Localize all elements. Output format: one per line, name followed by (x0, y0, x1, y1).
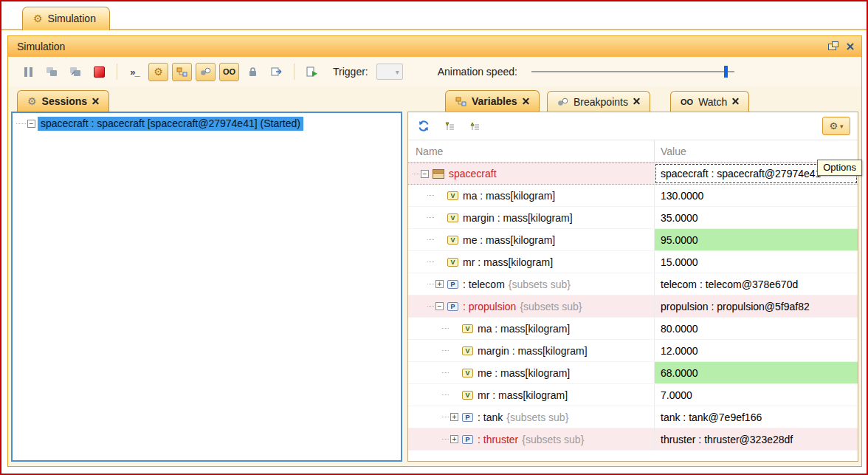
trigger-dropdown[interactable]: ▾ (376, 64, 403, 80)
value-cell[interactable]: propulsion : propulsion@5f9af82 (655, 295, 858, 317)
value-cell[interactable]: 68.0000 (655, 362, 858, 383)
step-over-icon (46, 66, 58, 77)
row-name: : propulsion (463, 301, 516, 312)
table-row[interactable]: Vma : mass[kilogram]80.0000 (408, 318, 858, 340)
row-name: me : mass[kilogram] (463, 234, 555, 246)
value-icon: V (447, 213, 458, 222)
table-row[interactable]: Vma : mass[kilogram]130.0000 (408, 185, 858, 207)
expand-expander-icon[interactable]: + (435, 280, 444, 288)
name-cell: Vma : mass[kilogram] (408, 185, 655, 206)
row-value: 15.0000 (661, 256, 698, 268)
expand-all-icon (443, 121, 455, 131)
row-name: : telecom (463, 278, 505, 290)
terminate-icon (94, 66, 105, 78)
breakpoints-toggle-button[interactable] (196, 63, 216, 81)
variables-panel: ⚙ ▾ Options Name Value −spacecraftspacec… (407, 112, 858, 462)
session-label: spacecraft : spacecraft [spacecraft@2797… (38, 117, 303, 131)
expand-expander-icon[interactable]: + (450, 435, 458, 443)
settings-toggle-button[interactable]: ⚙ (148, 63, 168, 81)
settings-gear-icon: ⚙ (154, 66, 163, 78)
value-cell[interactable]: 80.0000 (655, 318, 858, 339)
collapse-all-button[interactable] (466, 118, 482, 134)
doc-tab-label: Simulation (48, 13, 96, 24)
value-cell[interactable]: 95.0000 (655, 229, 858, 250)
expand-expander-icon[interactable]: + (450, 413, 458, 421)
value-cell[interactable]: 12.0000 (655, 340, 858, 361)
float-window-icon[interactable] (828, 44, 836, 50)
table-row[interactable]: Vme : mass[kilogram]68.0000 (408, 362, 858, 384)
slider-handle[interactable] (724, 66, 728, 78)
name-cell: +P: telecom{subsets sub} (408, 273, 655, 295)
simulation-toolbar: »_ ⚙ OO Trigger: ▾ Animation speed: (8, 57, 861, 86)
value-cell[interactable]: 35.0000 (655, 207, 858, 228)
value-icon: V (462, 346, 473, 355)
part-icon: P (462, 413, 473, 422)
sessions-gear-icon: ⚙ (27, 95, 37, 107)
value-icon: V (462, 324, 473, 333)
step-into-button[interactable] (66, 63, 86, 81)
close-variables-tab-icon[interactable] (523, 98, 529, 105)
value-cell[interactable]: thruster : thruster@323e28df (655, 428, 858, 450)
table-row[interactable]: +P: thruster{subsets sub}thruster : thru… (408, 428, 858, 451)
close-sessions-tab-icon[interactable] (92, 98, 99, 105)
collapse-expander-icon[interactable]: − (421, 170, 429, 178)
tab-variables[interactable]: Variables (445, 90, 540, 112)
screenshot-root: ⚙ Simulation Simulation »_ ⚙ (0, 0, 868, 475)
watch-tab-icon: OO (681, 98, 693, 106)
tab-sessions[interactable]: ⚙ Sessions (17, 90, 109, 112)
export-button[interactable] (266, 63, 286, 81)
variables-toolbar: ⚙ ▾ (408, 112, 858, 140)
value-cell[interactable]: 15.0000 (655, 251, 858, 273)
tree-guide (442, 372, 449, 373)
tree-guide (442, 394, 449, 395)
table-row[interactable]: +P: telecom{subsets sub}telecom : teleco… (408, 273, 858, 295)
watch-icon: OO (223, 67, 235, 76)
name-cell: Vmargin : mass[kilogram] (408, 207, 655, 228)
watch-toggle-button[interactable]: OO (219, 63, 239, 81)
value-cell[interactable]: tank : tank@7e9ef166 (655, 406, 858, 428)
window-titlebar[interactable]: Simulation (8, 36, 861, 57)
close-window-icon[interactable] (847, 43, 854, 50)
value-cell[interactable]: 130.0000 (655, 185, 858, 206)
session-tree-item[interactable]: − spacecraft : spacecraft [spacecraft@27… (13, 115, 401, 132)
table-row[interactable]: +P: tank{subsets sub}tank : tank@7e9ef16… (408, 406, 858, 428)
row-value: 95.0000 (661, 234, 698, 246)
run-trigger-button[interactable] (302, 63, 322, 81)
terminate-button[interactable] (89, 63, 109, 81)
console-button[interactable]: »_ (125, 63, 145, 81)
tab-breakpoints[interactable]: Breakpoints (547, 91, 650, 112)
table-row[interactable]: Vmargin : mass[kilogram]12.0000 (408, 340, 858, 362)
pause-button[interactable] (18, 63, 38, 81)
step-over-button[interactable] (42, 63, 62, 81)
table-row[interactable]: −spacecraftspacecraft : spacecraft@27974… (408, 163, 858, 185)
value-cell[interactable]: 7.0000 (655, 384, 858, 406)
variables-toggle-button[interactable] (172, 63, 192, 81)
lock-button[interactable] (243, 63, 263, 81)
name-cell: −P: propulsion{subsets sub} (408, 295, 655, 317)
table-row[interactable]: −P: propulsion{subsets sub}propulsion : … (408, 295, 858, 318)
collapse-expander-icon[interactable]: − (435, 302, 444, 310)
name-column-header[interactable]: Name (408, 140, 655, 162)
options-button[interactable]: ⚙ ▾ (822, 117, 850, 135)
table-row[interactable]: Vmargin : mass[kilogram]35.0000 (408, 207, 858, 229)
part-icon: P (447, 280, 458, 289)
row-value: spacecraft : spacecraft@27974e41 (661, 168, 821, 180)
collapse-expander-icon[interactable]: − (27, 120, 35, 128)
tree-guide (442, 439, 449, 440)
refresh-button[interactable] (416, 118, 432, 134)
table-row[interactable]: Vmr : mass[kilogram]7.0000 (408, 384, 858, 406)
value-icon: V (447, 191, 458, 200)
expand-all-button[interactable] (441, 118, 457, 134)
value-column-header[interactable]: Value (655, 146, 858, 157)
tab-simulation[interactable]: ⚙ Simulation (22, 7, 110, 30)
table-row[interactable]: Vmr : mass[kilogram]15.0000 (408, 251, 858, 273)
animation-speed-slider[interactable] (531, 65, 734, 78)
row-suffix: {subsets sub} (506, 411, 568, 423)
tab-watch[interactable]: OO Watch (670, 91, 749, 112)
close-breakpoints-tab-icon[interactable] (633, 98, 640, 105)
value-cell[interactable]: telecom : telecom@378e670d (655, 273, 858, 295)
close-watch-tab-icon[interactable] (732, 98, 739, 105)
table-row[interactable]: Vme : mass[kilogram]95.0000 (408, 229, 858, 251)
row-value: 12.0000 (661, 345, 698, 357)
sessions-tab-label: Sessions (42, 95, 87, 107)
